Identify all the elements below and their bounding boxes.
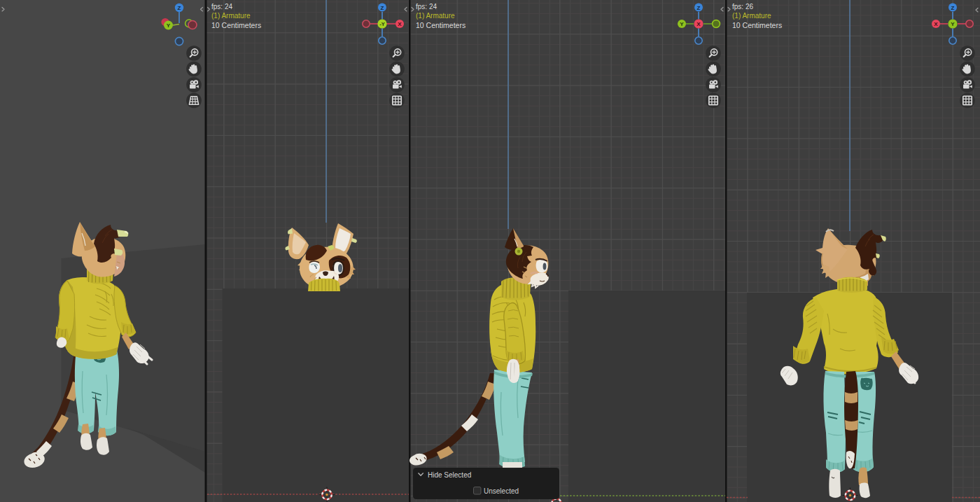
svg-text:X: X	[934, 21, 938, 27]
svg-text:(1) Armature: (1) Armature	[732, 12, 771, 20]
svg-text:Z: Z	[951, 5, 955, 11]
svg-text:X: X	[398, 21, 402, 27]
svg-text:Z: Z	[178, 5, 181, 11]
svg-text:Hide Selected: Hide Selected	[428, 471, 471, 479]
svg-text:fps: 24: fps: 24	[416, 3, 437, 11]
svg-text:10 Centimeters: 10 Centimeters	[732, 21, 782, 29]
svg-text:10 Centimeters: 10 Centimeters	[211, 21, 261, 29]
svg-text:Z: Z	[381, 5, 384, 11]
svg-text:X: X	[696, 21, 701, 27]
svg-text:(1) Armature: (1) Armature	[211, 12, 251, 20]
svg-text:(1) Armature: (1) Armature	[416, 12, 455, 20]
svg-text:Unselected: Unselected	[484, 487, 519, 495]
svg-text:10 Centimeters: 10 Centimeters	[416, 21, 465, 29]
svg-text:fps: 24: fps: 24	[211, 3, 232, 11]
svg-text:Z: Z	[697, 5, 701, 11]
svg-text:Y: Y	[680, 21, 684, 27]
svg-text:-Y: -Y	[379, 21, 385, 27]
svg-text:Y: Y	[167, 22, 171, 29]
svg-text:fps: 26: fps: 26	[732, 3, 753, 11]
svg-text:Y: Y	[951, 21, 955, 27]
